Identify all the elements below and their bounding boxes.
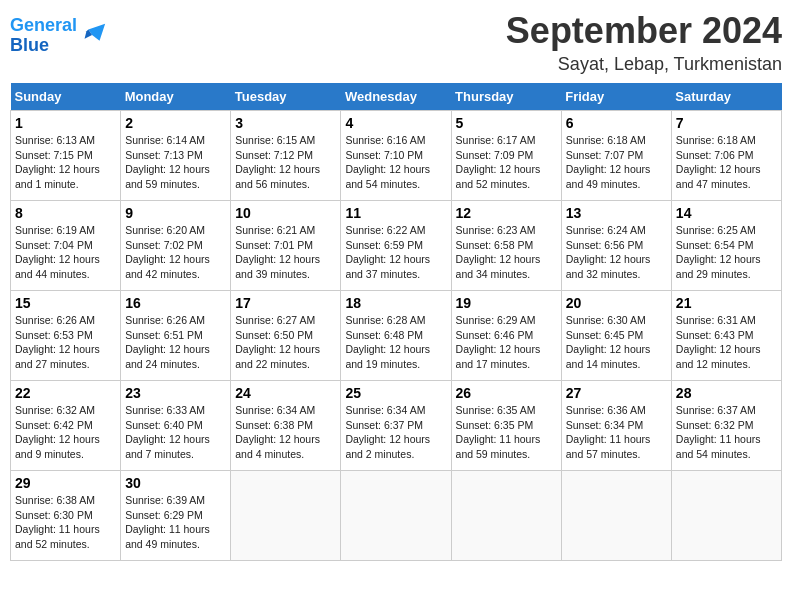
weekday-header-friday: Friday <box>561 83 671 111</box>
logo-text: GeneralBlue <box>10 16 77 56</box>
day-cell-12: 12Sunrise: 6:23 AMSunset: 6:58 PMDayligh… <box>451 201 561 291</box>
calendar-table: SundayMondayTuesdayWednesdayThursdayFrid… <box>10 83 782 561</box>
day-info: Sunrise: 6:13 AMSunset: 7:15 PMDaylight:… <box>15 133 116 192</box>
day-cell-22: 22Sunrise: 6:32 AMSunset: 6:42 PMDayligh… <box>11 381 121 471</box>
day-cell-29: 29Sunrise: 6:38 AMSunset: 6:30 PMDayligh… <box>11 471 121 561</box>
weekday-header-monday: Monday <box>121 83 231 111</box>
day-info: Sunrise: 6:35 AMSunset: 6:35 PMDaylight:… <box>456 403 557 462</box>
day-cell-24: 24Sunrise: 6:34 AMSunset: 6:38 PMDayligh… <box>231 381 341 471</box>
day-number: 6 <box>566 115 667 131</box>
day-info: Sunrise: 6:39 AMSunset: 6:29 PMDaylight:… <box>125 493 226 552</box>
day-number: 29 <box>15 475 116 491</box>
day-number: 28 <box>676 385 777 401</box>
empty-cell <box>561 471 671 561</box>
calendar-week-row: 29Sunrise: 6:38 AMSunset: 6:30 PMDayligh… <box>11 471 782 561</box>
day-number: 14 <box>676 205 777 221</box>
day-cell-5: 5Sunrise: 6:17 AMSunset: 7:09 PMDaylight… <box>451 111 561 201</box>
day-info: Sunrise: 6:17 AMSunset: 7:09 PMDaylight:… <box>456 133 557 192</box>
day-number: 26 <box>456 385 557 401</box>
day-number: 16 <box>125 295 226 311</box>
page-header: GeneralBlue September 2024 Sayat, Lebap,… <box>10 10 782 75</box>
day-info: Sunrise: 6:29 AMSunset: 6:46 PMDaylight:… <box>456 313 557 372</box>
calendar-week-row: 15Sunrise: 6:26 AMSunset: 6:53 PMDayligh… <box>11 291 782 381</box>
day-info: Sunrise: 6:23 AMSunset: 6:58 PMDaylight:… <box>456 223 557 282</box>
weekday-header-thursday: Thursday <box>451 83 561 111</box>
day-cell-11: 11Sunrise: 6:22 AMSunset: 6:59 PMDayligh… <box>341 201 451 291</box>
day-cell-9: 9Sunrise: 6:20 AMSunset: 7:02 PMDaylight… <box>121 201 231 291</box>
day-number: 5 <box>456 115 557 131</box>
day-number: 3 <box>235 115 336 131</box>
day-number: 10 <box>235 205 336 221</box>
svg-marker-0 <box>88 24 105 41</box>
day-info: Sunrise: 6:33 AMSunset: 6:40 PMDaylight:… <box>125 403 226 462</box>
weekday-header-tuesday: Tuesday <box>231 83 341 111</box>
day-cell-27: 27Sunrise: 6:36 AMSunset: 6:34 PMDayligh… <box>561 381 671 471</box>
day-info: Sunrise: 6:26 AMSunset: 6:53 PMDaylight:… <box>15 313 116 372</box>
day-cell-2: 2Sunrise: 6:14 AMSunset: 7:13 PMDaylight… <box>121 111 231 201</box>
empty-cell <box>671 471 781 561</box>
location-title: Sayat, Lebap, Turkmenistan <box>506 54 782 75</box>
empty-cell <box>341 471 451 561</box>
day-info: Sunrise: 6:31 AMSunset: 6:43 PMDaylight:… <box>676 313 777 372</box>
month-title: September 2024 <box>506 10 782 52</box>
weekday-header-wednesday: Wednesday <box>341 83 451 111</box>
day-info: Sunrise: 6:30 AMSunset: 6:45 PMDaylight:… <box>566 313 667 372</box>
day-number: 15 <box>15 295 116 311</box>
day-cell-14: 14Sunrise: 6:25 AMSunset: 6:54 PMDayligh… <box>671 201 781 291</box>
day-cell-8: 8Sunrise: 6:19 AMSunset: 7:04 PMDaylight… <box>11 201 121 291</box>
day-cell-30: 30Sunrise: 6:39 AMSunset: 6:29 PMDayligh… <box>121 471 231 561</box>
day-number: 9 <box>125 205 226 221</box>
day-number: 1 <box>15 115 116 131</box>
day-number: 8 <box>15 205 116 221</box>
day-info: Sunrise: 6:14 AMSunset: 7:13 PMDaylight:… <box>125 133 226 192</box>
day-cell-7: 7Sunrise: 6:18 AMSunset: 7:06 PMDaylight… <box>671 111 781 201</box>
day-number: 27 <box>566 385 667 401</box>
calendar-week-row: 22Sunrise: 6:32 AMSunset: 6:42 PMDayligh… <box>11 381 782 471</box>
day-cell-28: 28Sunrise: 6:37 AMSunset: 6:32 PMDayligh… <box>671 381 781 471</box>
day-info: Sunrise: 6:21 AMSunset: 7:01 PMDaylight:… <box>235 223 336 282</box>
day-cell-26: 26Sunrise: 6:35 AMSunset: 6:35 PMDayligh… <box>451 381 561 471</box>
weekday-header-saturday: Saturday <box>671 83 781 111</box>
day-number: 24 <box>235 385 336 401</box>
day-number: 11 <box>345 205 446 221</box>
day-cell-21: 21Sunrise: 6:31 AMSunset: 6:43 PMDayligh… <box>671 291 781 381</box>
calendar-week-row: 1Sunrise: 6:13 AMSunset: 7:15 PMDaylight… <box>11 111 782 201</box>
day-number: 22 <box>15 385 116 401</box>
day-number: 19 <box>456 295 557 311</box>
day-number: 4 <box>345 115 446 131</box>
day-number: 7 <box>676 115 777 131</box>
day-info: Sunrise: 6:26 AMSunset: 6:51 PMDaylight:… <box>125 313 226 372</box>
day-cell-17: 17Sunrise: 6:27 AMSunset: 6:50 PMDayligh… <box>231 291 341 381</box>
day-cell-16: 16Sunrise: 6:26 AMSunset: 6:51 PMDayligh… <box>121 291 231 381</box>
logo-icon <box>79 22 107 50</box>
day-info: Sunrise: 6:22 AMSunset: 6:59 PMDaylight:… <box>345 223 446 282</box>
day-cell-10: 10Sunrise: 6:21 AMSunset: 7:01 PMDayligh… <box>231 201 341 291</box>
day-info: Sunrise: 6:34 AMSunset: 6:37 PMDaylight:… <box>345 403 446 462</box>
day-cell-6: 6Sunrise: 6:18 AMSunset: 7:07 PMDaylight… <box>561 111 671 201</box>
day-info: Sunrise: 6:25 AMSunset: 6:54 PMDaylight:… <box>676 223 777 282</box>
day-cell-19: 19Sunrise: 6:29 AMSunset: 6:46 PMDayligh… <box>451 291 561 381</box>
day-info: Sunrise: 6:32 AMSunset: 6:42 PMDaylight:… <box>15 403 116 462</box>
day-info: Sunrise: 6:36 AMSunset: 6:34 PMDaylight:… <box>566 403 667 462</box>
day-info: Sunrise: 6:15 AMSunset: 7:12 PMDaylight:… <box>235 133 336 192</box>
day-number: 17 <box>235 295 336 311</box>
day-number: 12 <box>456 205 557 221</box>
title-block: September 2024 Sayat, Lebap, Turkmenista… <box>506 10 782 75</box>
day-cell-25: 25Sunrise: 6:34 AMSunset: 6:37 PMDayligh… <box>341 381 451 471</box>
day-info: Sunrise: 6:18 AMSunset: 7:06 PMDaylight:… <box>676 133 777 192</box>
empty-cell <box>451 471 561 561</box>
day-cell-4: 4Sunrise: 6:16 AMSunset: 7:10 PMDaylight… <box>341 111 451 201</box>
day-cell-15: 15Sunrise: 6:26 AMSunset: 6:53 PMDayligh… <box>11 291 121 381</box>
day-number: 25 <box>345 385 446 401</box>
day-number: 23 <box>125 385 226 401</box>
calendar-week-row: 8Sunrise: 6:19 AMSunset: 7:04 PMDaylight… <box>11 201 782 291</box>
day-info: Sunrise: 6:27 AMSunset: 6:50 PMDaylight:… <box>235 313 336 372</box>
day-cell-20: 20Sunrise: 6:30 AMSunset: 6:45 PMDayligh… <box>561 291 671 381</box>
day-cell-1: 1Sunrise: 6:13 AMSunset: 7:15 PMDaylight… <box>11 111 121 201</box>
day-info: Sunrise: 6:37 AMSunset: 6:32 PMDaylight:… <box>676 403 777 462</box>
day-info: Sunrise: 6:18 AMSunset: 7:07 PMDaylight:… <box>566 133 667 192</box>
day-cell-3: 3Sunrise: 6:15 AMSunset: 7:12 PMDaylight… <box>231 111 341 201</box>
day-info: Sunrise: 6:19 AMSunset: 7:04 PMDaylight:… <box>15 223 116 282</box>
day-info: Sunrise: 6:16 AMSunset: 7:10 PMDaylight:… <box>345 133 446 192</box>
day-info: Sunrise: 6:28 AMSunset: 6:48 PMDaylight:… <box>345 313 446 372</box>
